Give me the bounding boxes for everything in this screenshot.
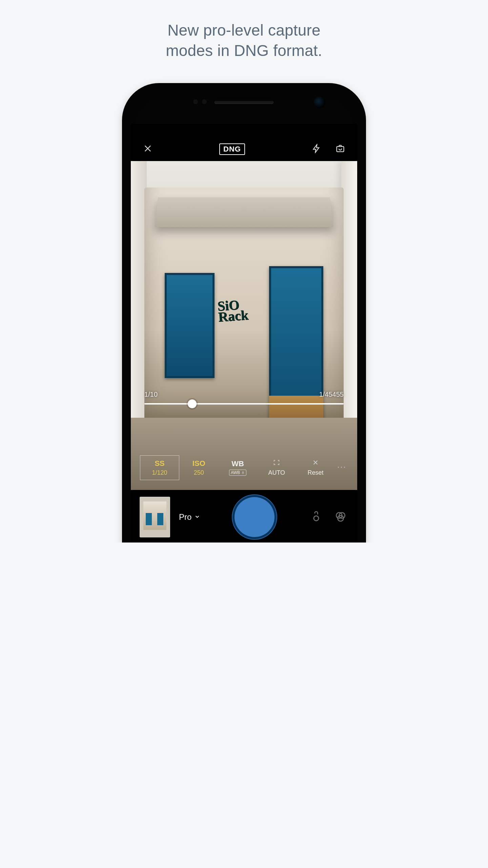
capture-params-row: SS 1/120 ISO 250 WB AWB bbox=[140, 455, 348, 480]
camera-app-screen: DNG bbox=[131, 124, 357, 542]
param-shutter-speed[interactable]: SS 1/120 bbox=[140, 455, 180, 480]
exposure-lock-icon bbox=[310, 511, 322, 524]
slider-min-label: 1/10 bbox=[144, 391, 158, 398]
flash-toggle[interactable] bbox=[310, 142, 323, 156]
slider-thumb[interactable] bbox=[188, 399, 197, 408]
phone-front-camera bbox=[314, 97, 325, 108]
param-iso-value: 250 bbox=[194, 469, 204, 476]
kebab-icon: ⋮ bbox=[336, 463, 347, 472]
param-white-balance[interactable]: WB AWB bbox=[218, 455, 257, 480]
svg-rect-1 bbox=[242, 473, 244, 474]
promo-headline: New pro-level capture modes in DNG forma… bbox=[92, 0, 396, 61]
camera-bottombar: Pro bbox=[131, 490, 357, 542]
shutter-speed-slider[interactable]: 1/10 1/45455 bbox=[144, 391, 344, 405]
param-iso[interactable]: ISO 250 bbox=[179, 455, 218, 480]
svg-point-2 bbox=[314, 516, 319, 521]
chevron-down-icon bbox=[194, 512, 200, 522]
param-focus-value: AUTO bbox=[268, 469, 285, 476]
camera-viewfinder[interactable]: SiORack 1/10 1/45455 bbox=[131, 161, 357, 490]
focus-frame-icon bbox=[273, 459, 280, 468]
close-button[interactable] bbox=[141, 142, 155, 156]
param-ss-title: SS bbox=[155, 459, 164, 468]
param-iso-title: ISO bbox=[192, 459, 205, 468]
param-reset-label: Reset bbox=[307, 469, 323, 476]
slider-track[interactable] bbox=[144, 403, 344, 405]
param-wb-chip: AWB bbox=[229, 470, 246, 476]
param-focus[interactable]: AUTO bbox=[257, 455, 296, 480]
capture-mode-picker[interactable]: Pro bbox=[179, 512, 200, 522]
shutter-button[interactable] bbox=[232, 495, 277, 539]
phone-mockup: DNG bbox=[122, 83, 366, 542]
promo-headline-line2: modes in DNG format. bbox=[166, 42, 322, 59]
slider-max-label: 1/45455 bbox=[319, 391, 344, 398]
param-ss-value: 1/120 bbox=[152, 469, 167, 476]
last-photo-thumbnail[interactable] bbox=[140, 497, 170, 537]
reset-x-icon bbox=[312, 459, 319, 468]
status-bar bbox=[131, 124, 357, 137]
phone-sensors bbox=[193, 99, 207, 104]
exposure-lock-button[interactable] bbox=[308, 509, 324, 525]
camera-topbar: DNG bbox=[131, 137, 357, 161]
format-badge[interactable]: DNG bbox=[219, 143, 245, 155]
filters-icon bbox=[335, 511, 346, 524]
capture-mode-label: Pro bbox=[179, 512, 191, 522]
param-reset[interactable]: Reset bbox=[296, 455, 335, 480]
flash-icon bbox=[312, 144, 321, 155]
switch-camera-icon bbox=[336, 144, 345, 155]
close-icon bbox=[143, 144, 152, 155]
param-wb-title: WB bbox=[231, 459, 244, 468]
more-params-button[interactable]: ⋮ bbox=[335, 455, 348, 480]
phone-speaker bbox=[214, 100, 274, 105]
filters-button[interactable] bbox=[333, 509, 348, 525]
switch-camera-button[interactable] bbox=[333, 142, 347, 156]
svg-rect-0 bbox=[337, 146, 344, 152]
promo-headline-line1: New pro-level capture bbox=[167, 21, 321, 39]
